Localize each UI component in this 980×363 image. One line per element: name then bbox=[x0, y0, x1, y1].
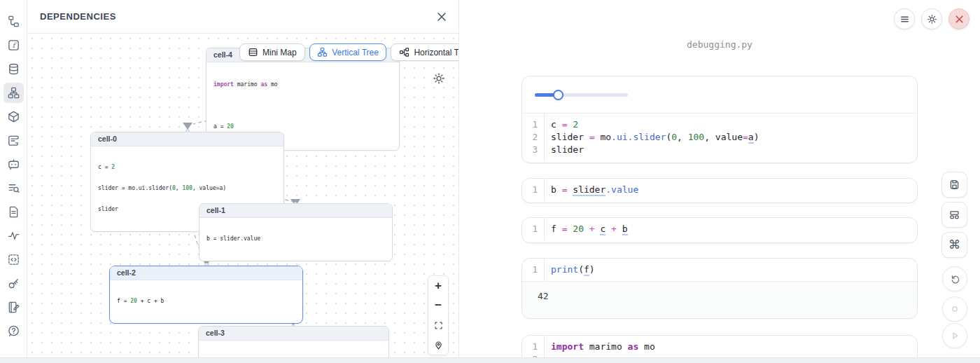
graph-node-code: b = slider.value bbox=[200, 218, 392, 261]
sidebar-item-scratchpad[interactable] bbox=[4, 297, 24, 317]
key-icon bbox=[7, 277, 20, 290]
menu-button[interactable] bbox=[894, 8, 915, 29]
stop-button[interactable] bbox=[942, 296, 967, 322]
helper-panel-sidebar: f bbox=[0, 0, 27, 363]
activity-icon bbox=[7, 229, 20, 242]
code-line: f = 20 + c + b bbox=[544, 223, 628, 235]
notebook-filename[interactable]: debugging.py bbox=[522, 39, 918, 50]
stop-icon bbox=[949, 303, 960, 315]
app-view-button[interactable] bbox=[941, 202, 967, 228]
horizontal-tree-icon bbox=[399, 47, 410, 57]
save-icon bbox=[948, 179, 960, 191]
slider-thumb[interactable] bbox=[553, 90, 564, 100]
code-line: import marimo as mo bbox=[544, 341, 655, 353]
run-button[interactable] bbox=[942, 323, 967, 348]
line-number: 1 bbox=[522, 223, 544, 235]
dependencies-panel: DEPENDENCIES cell-4 bbox=[27, 0, 459, 357]
notebook-cell-slider[interactable]: 1c = 2 2slider = mo.ui.slider(0, 100, va… bbox=[522, 76, 918, 163]
sidebar-item-file-explorer[interactable] bbox=[4, 11, 24, 32]
sidebar-item-tracing[interactable] bbox=[4, 226, 24, 246]
shutdown-button[interactable] bbox=[948, 8, 969, 29]
graph-node-code: print(f) bbox=[199, 341, 388, 357]
mini-map-button[interactable]: Mini Map bbox=[239, 43, 305, 61]
zoom-out-button[interactable]: − bbox=[428, 296, 448, 315]
graph-node-cell-2[interactable]: cell-2 f = 20 + c + b bbox=[109, 266, 303, 324]
location-pin-icon bbox=[433, 340, 444, 350]
slider-widget[interactable] bbox=[535, 90, 628, 100]
file-tree-icon bbox=[7, 15, 20, 28]
vertical-tree-button[interactable]: Vertical Tree bbox=[309, 43, 387, 61]
chat-bot-icon bbox=[7, 158, 20, 171]
line-number: 1 bbox=[522, 118, 544, 131]
notebook-cell-print[interactable]: 1print(f) 42 bbox=[522, 258, 918, 319]
code-editor[interactable]: 1b = slider.value bbox=[522, 179, 917, 201]
dependencies-panel-header: DEPENDENCIES bbox=[27, 0, 458, 34]
close-icon bbox=[954, 14, 965, 25]
console-text: 42 bbox=[538, 291, 549, 301]
code-editor[interactable]: 1f = 20 + c + b bbox=[522, 218, 917, 240]
horizontal-tree-button[interactable]: Horizontal Tree bbox=[391, 43, 458, 61]
sidebar-item-help[interactable] bbox=[4, 321, 24, 341]
sidebar-item-logs[interactable] bbox=[4, 130, 24, 151]
graph-node-cell-3[interactable]: cell-3 print(f) bbox=[198, 326, 389, 357]
play-icon bbox=[949, 330, 960, 341]
cell-output-area bbox=[522, 76, 917, 114]
code-line: c = 2 bbox=[544, 118, 578, 131]
window-bottom-edge bbox=[0, 357, 980, 363]
graph-node-title: cell-3 bbox=[199, 327, 388, 341]
hamburger-menu-icon bbox=[899, 14, 910, 25]
command-icon: ⌘ bbox=[948, 239, 960, 251]
graph-settings-button[interactable] bbox=[431, 71, 447, 87]
undo-button[interactable] bbox=[942, 266, 967, 292]
notebook-cell-f[interactable]: 1f = 20 + c + b bbox=[522, 217, 918, 243]
notebook-area: debugging.py 1c = 2 2slider = mo.ui.slid… bbox=[459, 0, 980, 363]
panel-title: DEPENDENCIES bbox=[40, 11, 116, 22]
sidebar-item-documentation[interactable] bbox=[4, 202, 24, 222]
graph-zoom-controls: + − bbox=[428, 275, 449, 355]
sidebar-item-dependencies[interactable] bbox=[4, 83, 24, 103]
console-output: 42 bbox=[522, 281, 917, 319]
code-editor[interactable]: 1print(f) bbox=[522, 259, 917, 281]
package-icon bbox=[7, 110, 20, 123]
mini-map-icon bbox=[248, 47, 258, 57]
horizontal-tree-label: Horizontal Tree bbox=[414, 48, 458, 57]
list-search-icon bbox=[7, 182, 20, 195]
help-icon bbox=[7, 324, 20, 338]
line-number: 2 bbox=[522, 131, 544, 144]
database-icon bbox=[7, 62, 20, 76]
sidebar-item-snippets[interactable] bbox=[4, 249, 24, 270]
dependency-graph-icon bbox=[7, 86, 20, 100]
fit-view-button[interactable] bbox=[428, 315, 448, 335]
code-line: print(f) bbox=[544, 263, 595, 276]
graph-node-cell-1[interactable]: cell-1 b = slider.value bbox=[199, 203, 393, 261]
settings-button[interactable] bbox=[921, 8, 942, 29]
code-line: slider = mo.ui.slider(0, 100, value=a) bbox=[544, 131, 759, 144]
graph-node-code: f = 20 + c + b bbox=[110, 280, 302, 323]
line-number: 1 bbox=[522, 184, 544, 196]
vertical-tree-label: Vertical Tree bbox=[332, 48, 379, 57]
marimo-app: f DEPENDENCIES bbox=[0, 0, 980, 363]
zoom-in-button[interactable]: + bbox=[428, 276, 448, 296]
sidebar-item-secrets[interactable] bbox=[4, 273, 24, 294]
line-number: 3 bbox=[522, 144, 544, 156]
sidebar-item-datasources[interactable] bbox=[4, 59, 24, 79]
graph-node-title: cell-1 bbox=[200, 204, 392, 218]
dependency-graph-canvas[interactable]: cell-4 import marimo as mo a = 20 cell-0… bbox=[27, 34, 458, 357]
sidebar-item-packages[interactable] bbox=[4, 107, 24, 127]
graph-view-toolbar: Mini Map Vertical Tree Horizontal Tree bbox=[239, 43, 458, 61]
keyboard-shortcuts-button[interactable]: ⌘ bbox=[941, 232, 967, 258]
sidebar-item-variables[interactable] bbox=[4, 178, 24, 198]
undo-icon bbox=[949, 273, 960, 285]
sidebar-item-functions[interactable]: f bbox=[4, 35, 24, 55]
gear-icon bbox=[927, 14, 937, 25]
code-editor[interactable]: 1c = 2 2slider = mo.ui.slider(0, 100, va… bbox=[522, 114, 917, 161]
save-button[interactable] bbox=[941, 172, 967, 198]
panel-close-button[interactable] bbox=[433, 8, 450, 25]
notebook-top-actions bbox=[894, 8, 969, 29]
notebook-cell-b[interactable]: 1b = slider.value bbox=[522, 178, 918, 203]
fit-view-icon bbox=[433, 320, 444, 331]
center-selection-button[interactable] bbox=[428, 335, 448, 355]
function-icon: f bbox=[7, 39, 20, 52]
sidebar-item-ai-chat[interactable] bbox=[4, 154, 24, 174]
line-number: 1 bbox=[522, 263, 544, 276]
